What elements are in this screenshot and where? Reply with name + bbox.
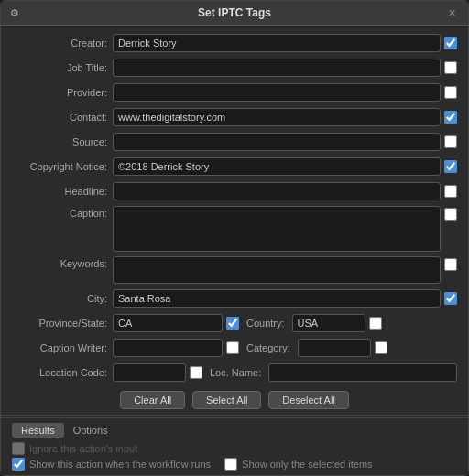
job-title-input-wrap: [113, 59, 457, 77]
tab-results[interactable]: Results: [12, 423, 64, 438]
copyright-label: Copyright Notice:: [12, 161, 113, 172]
deselect-all-button[interactable]: Deselect All: [268, 391, 348, 409]
keywords-label: Keywords:: [12, 256, 113, 269]
caption-checkbox[interactable]: [444, 208, 457, 221]
job-title-checkbox[interactable]: [444, 61, 457, 74]
copyright-input[interactable]: [113, 157, 441, 176]
location-code-input-wrap: Loc. Name:: [113, 363, 457, 382]
show-action-row: Show this action when the workflow runs …: [12, 458, 457, 471]
city-row: City:: [12, 288, 457, 308]
caption-writer-input-wrap: Category:: [113, 339, 457, 357]
city-label: City:: [12, 293, 113, 304]
category-checkbox[interactable]: [375, 341, 387, 354]
category-label: Category:: [243, 342, 294, 353]
copyright-row: Copyright Notice:: [12, 157, 457, 177]
caption-textarea[interactable]: [113, 206, 441, 252]
ignore-action-label: Ignore this action's input: [29, 443, 137, 454]
action-buttons-row: Clear All Select All Deselect All: [1, 385, 468, 413]
set-iptc-tags-window: ⚙ Set IPTC Tags ✕ Creator: Job Title: Pr…: [0, 0, 469, 476]
country-label: Country:: [243, 318, 289, 329]
caption-writer-label: Caption Writer:: [12, 342, 113, 353]
creator-label: Creator:: [12, 38, 113, 49]
keywords-textarea[interactable]: [113, 256, 441, 284]
window-title: Set IPTC Tags: [27, 6, 442, 19]
job-title-input[interactable]: [113, 59, 441, 77]
location-code-input[interactable]: [113, 363, 186, 382]
location-code-checkbox[interactable]: [190, 366, 202, 379]
contact-row: Contact:: [12, 107, 457, 127]
keywords-input-wrap: [113, 256, 457, 284]
province-input[interactable]: [113, 314, 223, 332]
provider-row: Provider:: [12, 82, 457, 103]
headline-input[interactable]: [113, 182, 441, 200]
copyright-checkbox[interactable]: [444, 160, 457, 173]
contact-input-wrap: [113, 108, 457, 126]
loc-name-label: Loc. Name:: [206, 367, 265, 378]
close-button[interactable]: ✕: [448, 7, 459, 18]
contact-label: Contact:: [12, 112, 113, 123]
form-content: Creator: Job Title: Provider: Contact:: [1, 26, 468, 385]
caption-writer-checkbox[interactable]: [226, 341, 239, 354]
titlebar: ⚙ Set IPTC Tags ✕: [1, 1, 468, 26]
bottom-options: Ignore this action's input Show this act…: [12, 442, 457, 471]
tabs-row: Results Options: [12, 423, 457, 438]
province-label: Province/State:: [12, 318, 113, 329]
gear-icon: ⚙: [10, 7, 21, 18]
provider-input-wrap: [113, 83, 457, 102]
caption-row: Caption:: [12, 206, 457, 252]
contact-checkbox[interactable]: [444, 111, 457, 124]
loc-name-input[interactable]: [268, 363, 457, 382]
keywords-checkbox[interactable]: [444, 258, 457, 271]
show-action-checkbox[interactable]: [12, 458, 25, 471]
category-input[interactable]: [298, 339, 371, 357]
location-code-row: Location Code: Loc. Name:: [12, 362, 457, 383]
source-row: Source:: [12, 132, 457, 152]
job-title-row: Job Title:: [12, 58, 457, 78]
headline-row: Headline:: [12, 181, 457, 201]
headline-checkbox[interactable]: [444, 185, 457, 198]
ignore-action-row: Ignore this action's input: [12, 442, 457, 455]
ignore-action-checkbox[interactable]: [12, 442, 25, 455]
show-action-label: Show this action when the workflow runs: [29, 459, 211, 470]
creator-input-wrap: [113, 34, 457, 52]
provider-checkbox[interactable]: [444, 86, 457, 99]
location-code-label: Location Code:: [12, 367, 113, 378]
provider-input[interactable]: [113, 83, 441, 102]
city-input-wrap: [113, 289, 457, 308]
divider: [1, 415, 468, 416]
job-title-label: Job Title:: [12, 62, 113, 73]
source-label: Source:: [12, 136, 113, 147]
caption-input-wrap: [113, 206, 457, 252]
creator-checkbox[interactable]: [444, 37, 457, 49]
province-input-wrap: Country:: [113, 314, 457, 332]
country-input[interactable]: [292, 314, 365, 332]
copyright-input-wrap: [113, 157, 457, 176]
headline-input-wrap: [113, 182, 457, 200]
province-checkbox[interactable]: [226, 317, 239, 330]
source-input[interactable]: [113, 133, 441, 151]
creator-row: Creator:: [12, 33, 457, 53]
contact-input[interactable]: [113, 108, 441, 126]
bottom-bar: Results Options Ignore this action's inp…: [1, 417, 468, 475]
tab-options[interactable]: Options: [64, 423, 117, 438]
provider-label: Provider:: [12, 87, 113, 98]
show-selected-label: Show only the selected items: [242, 459, 372, 470]
caption-writer-row: Caption Writer: Category:: [12, 338, 457, 358]
source-checkbox[interactable]: [444, 135, 457, 148]
creator-input[interactable]: [113, 34, 441, 52]
clear-all-button[interactable]: Clear All: [120, 391, 185, 409]
caption-writer-input[interactable]: [113, 339, 223, 357]
caption-label: Caption:: [12, 206, 113, 219]
country-checkbox[interactable]: [369, 317, 382, 330]
select-all-button[interactable]: Select All: [192, 391, 261, 409]
city-checkbox[interactable]: [444, 292, 457, 305]
show-selected-checkbox[interactable]: [224, 458, 237, 471]
source-input-wrap: [113, 133, 457, 151]
province-row: Province/State: Country:: [12, 313, 457, 333]
city-input[interactable]: [113, 289, 441, 308]
keywords-row: Keywords:: [12, 256, 457, 284]
headline-label: Headline:: [12, 186, 113, 197]
